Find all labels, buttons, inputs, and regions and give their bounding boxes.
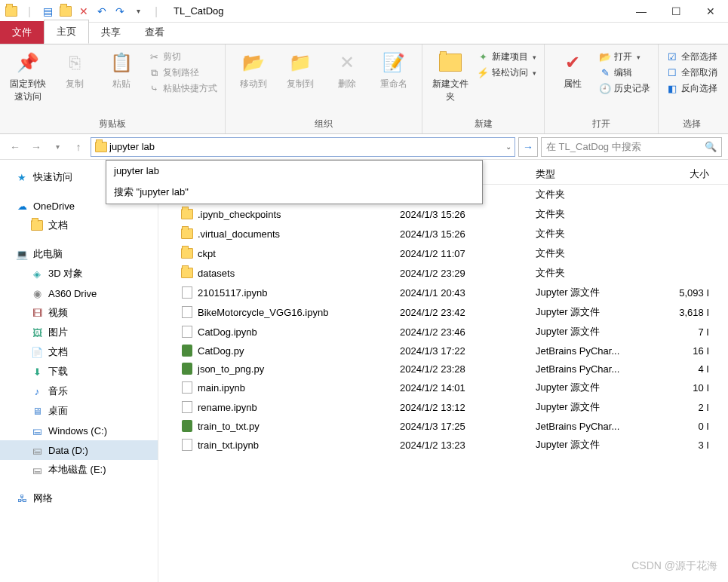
file-icon [181,345,193,357]
copyto-button[interactable]: 📁复制到 [280,47,321,115]
recent-button[interactable]: ▾ [48,138,66,156]
down-icon: ⬇ [30,365,44,378]
redo-icon[interactable]: ↷ [113,5,127,18]
close-button[interactable]: ✕ [693,0,728,23]
file-type: JetBrains PyChar... [536,421,664,432]
copy-button[interactable]: ⎘ 复制 [54,47,95,115]
props-button[interactable]: ✔属性 [552,47,593,115]
sidebar-onedrive-docs[interactable]: 文档 [0,216,158,235]
file-row[interactable]: ckpt2024/1/2 11:07文件夹 [158,244,728,263]
refresh-button[interactable]: → [518,137,538,157]
window-controls: — ☐ ✕ [624,0,728,23]
file-row[interactable]: train_to_txt.py2024/1/3 17:25JetBrains P… [158,417,728,435]
sidebar-music[interactable]: ♪音乐 [0,381,158,401]
dropdown-item-2[interactable]: 搜索 "jupyter lab" [106,181,482,204]
tab-share[interactable]: 共享 [89,21,133,44]
newitem-icon: ✦ [477,51,489,63]
sidebar-video[interactable]: 🎞视频 [0,303,158,323]
newitem-button[interactable]: ✦新建项目▾ [477,51,536,63]
col-type[interactable]: 类型 [536,167,664,181]
open-button[interactable]: 📂打开▾ [599,51,650,63]
file-size: 0 I [664,421,709,432]
paste-button[interactable]: 📋 粘贴 [101,47,142,115]
file-row[interactable]: json_to_png.py2024/1/2 23:28JetBrains Py… [158,360,728,378]
tab-view[interactable]: 查看 [133,21,177,44]
forward-button[interactable]: → [27,138,45,156]
qat-dropdown-icon[interactable]: ▾ [131,5,145,18]
folder2-icon[interactable] [59,5,72,18]
file-row[interactable]: datasets2024/1/2 23:29文件夹 [158,263,728,283]
newfolder-button[interactable]: 新建文件夹 [430,47,471,115]
delete-button[interactable]: ✕删除 [327,47,367,115]
drive-c-icon: 🖴 [30,424,44,437]
sidebar-datad[interactable]: 🖴Data (D:) [0,440,158,460]
paste-icon: 📋 [109,51,134,75]
cut-icon: ✂ [148,51,160,63]
pin-button[interactable]: 📌 固定到快速访问 [8,47,48,115]
file-date: 2024/1/3 15:26 [400,209,536,220]
group-open: ✔属性 📂打开▾ ✎编辑 🕘历史记录 打开 [545,44,659,133]
sidebar-a360[interactable]: ◉A360 Drive [0,283,158,303]
maximize-button[interactable]: ☐ [659,0,693,23]
address-input[interactable] [108,139,505,154]
sidebar-net[interactable]: 🖧网络 [0,489,158,508]
sidebar-docs2[interactable]: 📄文档 [0,342,158,362]
props-icon[interactable]: ▤ [41,5,54,18]
copypath-button[interactable]: ⧉复制路径 [148,66,217,79]
tab-file[interactable]: 文件 [0,21,44,44]
edit-button[interactable]: ✎编辑 [599,66,650,79]
sidebar-locale[interactable]: 🖴本地磁盘 (E:) [0,460,158,479]
folder3-icon [30,219,44,232]
search-box[interactable]: 在 TL_CatDog 中搜索 🔍 [541,137,722,157]
moveto-button[interactable]: 📂移动到 [233,47,274,115]
file-row[interactable]: .virtual_documents2024/1/3 15:26文件夹 [158,224,728,244]
file-row[interactable]: CatDog.ipynb2024/1/2 23:46Jupyter 源文件7 I [158,322,728,342]
file-row[interactable]: train_txt.ipynb2024/1/2 13:23Jupyter 源文件… [158,435,728,455]
rename-button[interactable]: 📝重命名 [373,47,414,115]
file-row[interactable]: CatDog.py2024/1/3 17:22JetBrains PyChar.… [158,342,728,360]
back-button[interactable]: ← [6,138,24,156]
history-button[interactable]: 🕘历史记录 [599,82,650,95]
tab-home[interactable]: 主页 [44,20,89,44]
file-list: .ipynb_checkpoints2024/1/3 15:26文件夹.virt… [158,204,728,455]
net-icon: 🖧 [15,492,29,505]
col-size[interactable]: 大小 [664,167,709,181]
file-row[interactable]: BikeMotorcycle_VGG16.ipynb2024/1/2 23:42… [158,302,728,322]
sidebar-winc[interactable]: 🖴Windows (C:) [0,421,158,440]
file-name: datasets [198,268,235,279]
file-name: 21015117.ipynb [198,287,268,299]
check-icon: ✔ [561,51,585,75]
easyaccess-button[interactable]: ⚡轻松访问▾ [477,66,536,79]
watermark: CSDN @源于花海 [631,559,717,573]
sidebar-thispc[interactable]: 💻此电脑 [0,244,158,264]
selinv-button[interactable]: ◧反向选择 [666,82,717,95]
sidebar-down[interactable]: ⬇下载 [0,362,158,381]
file-row[interactable]: .ipynb_checkpoints2024/1/3 15:26文件夹 [158,204,728,224]
pasteshort-button[interactable]: ⤷粘贴快捷方式 [148,82,217,95]
file-row[interactable]: rename.ipynb2024/1/2 13:12Jupyter 源文件2 I [158,397,728,417]
file-type: 文件夹 [536,266,664,280]
up-button[interactable]: ↑ [69,138,88,156]
minimize-button[interactable]: — [624,0,659,23]
cut-button[interactable]: ✂剪切 [148,51,217,63]
selall-button[interactable]: ☑全部选择 [666,51,717,63]
sidebar-3d[interactable]: ◈3D 对象 [0,264,158,283]
dropdown-item-1[interactable]: jupyter lab [106,161,482,181]
file-row[interactable]: main.ipynb2024/1/2 14:01Jupyter 源文件10 I [158,378,728,397]
address-bar[interactable]: ⌄ [91,137,515,157]
addr-dropdown-icon[interactable]: ⌄ [505,142,511,151]
sidebar-pics[interactable]: 🖼图片 [0,323,158,342]
file-type: JetBrains PyChar... [536,345,664,357]
newfolder-icon [438,51,462,75]
file-icon [181,326,193,338]
file-type: Jupyter 源文件 [536,438,664,452]
delete-icon[interactable]: ✕ [77,5,91,18]
file-row[interactable]: 21015117.ipynb2024/1/1 20:43Jupyter 源文件5… [158,283,728,302]
a360-icon: ◉ [30,286,44,300]
undo-icon[interactable]: ↶ [95,5,109,18]
sidebar-desk[interactable]: 🖥桌面 [0,401,158,421]
file-date: 2024/1/2 11:07 [400,248,536,259]
music-icon: ♪ [30,384,44,398]
file-date: 2024/1/2 23:46 [400,326,536,338]
selnone-button[interactable]: ☐全部取消 [666,66,717,79]
